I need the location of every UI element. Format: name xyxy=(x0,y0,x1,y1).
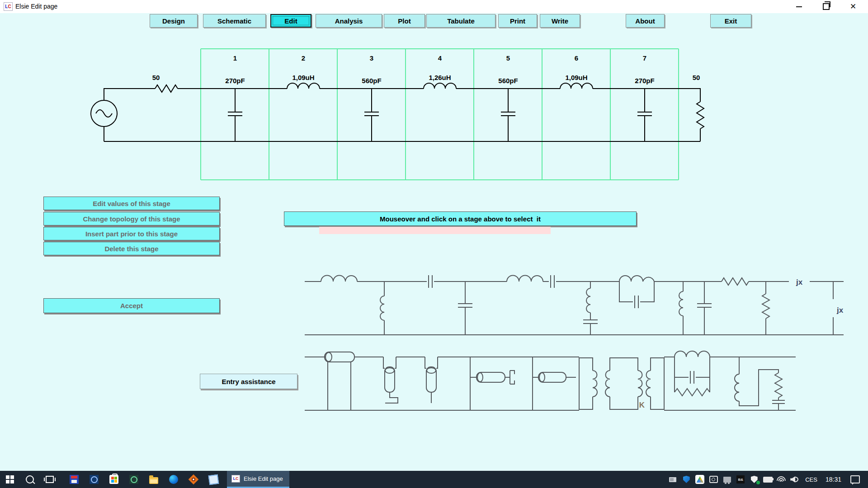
menu-plot[interactable]: Plot xyxy=(384,14,425,28)
menu-exit[interactable]: Exit xyxy=(710,14,751,28)
stage-region-3[interactable] xyxy=(337,49,406,180)
tray-security[interactable] xyxy=(747,471,761,488)
task-view-button[interactable] xyxy=(40,471,60,488)
topology-row2-wires xyxy=(305,357,796,410)
active-task-label: Elsie Edit page xyxy=(244,475,283,482)
battery-icon xyxy=(763,477,773,483)
elsie-app-icon: LC xyxy=(231,475,240,483)
close-button[interactable]: ✕ xyxy=(843,0,863,13)
window-title: Elsie Edit page xyxy=(15,0,57,13)
tray-network[interactable] xyxy=(774,471,788,488)
app-icon: LC xyxy=(4,2,13,11)
stage-region-2[interactable] xyxy=(269,49,337,180)
tray-display[interactable] xyxy=(720,471,734,488)
tray-power[interactable] xyxy=(761,471,774,488)
insert-part-button[interactable]: Insert part prior to this stage xyxy=(43,227,220,240)
topology-row1-resistors xyxy=(722,278,769,319)
minimize-button[interactable] xyxy=(788,0,809,13)
menu-schematic[interactable]: Schematic xyxy=(203,14,266,28)
tray-camera[interactable] xyxy=(707,471,720,488)
entry-assistance-button[interactable]: Entry assistance xyxy=(200,374,297,389)
security-shield-check-icon xyxy=(751,476,758,483)
tray-volume[interactable] xyxy=(788,471,802,488)
load-impedance-label: 50 xyxy=(693,74,700,81)
status-message: Mouseover and click on a stage above to … xyxy=(284,211,637,226)
speaker-icon xyxy=(790,476,799,483)
transmission-line-symbols xyxy=(325,352,566,392)
close-icon: ✕ xyxy=(850,3,856,10)
pc-device-icon xyxy=(669,477,676,482)
pinned-app-floppy[interactable] xyxy=(64,471,84,488)
menu-analysis[interactable]: Analysis xyxy=(316,14,382,28)
tray-devices[interactable] xyxy=(666,471,679,488)
series-jx-label: jx xyxy=(796,278,803,286)
defender-shield-icon xyxy=(683,476,690,483)
monitor-icon xyxy=(723,477,731,483)
stage-region-1[interactable] xyxy=(201,49,269,180)
search-icon xyxy=(26,475,34,483)
source-impedance-label: 50 xyxy=(152,74,160,81)
pinned-app-globe[interactable] xyxy=(84,471,104,488)
menu-edit[interactable]: Edit xyxy=(270,14,311,28)
menu-print[interactable]: Print xyxy=(498,14,537,28)
topology-row1-wires xyxy=(305,275,844,335)
tray-drive[interactable] xyxy=(693,471,707,488)
filter-schematic: 50 50 1 2 3 4 5 6 7 270pF 1,09uH 560pF 1… xyxy=(63,41,732,190)
transmission-line-topology-picker[interactable]: K xyxy=(298,346,809,418)
pinned-app-eye[interactable] xyxy=(184,471,203,488)
wifi-icon xyxy=(777,476,786,483)
google-drive-icon xyxy=(695,475,704,484)
language-indicator[interactable]: CES xyxy=(802,476,821,483)
pinned-app-store[interactable] xyxy=(104,471,124,488)
edge-browser-icon xyxy=(169,475,178,484)
camera-icon xyxy=(709,476,718,483)
pinned-app-explorer[interactable] xyxy=(144,471,164,488)
series-shunt-topology-picker[interactable]: jx jx xyxy=(298,271,859,343)
highlight-strip xyxy=(319,227,551,234)
globe-app-icon xyxy=(90,475,99,484)
coupling-k-label: K xyxy=(639,401,645,409)
tank-circuit-symbol xyxy=(675,351,710,396)
pinned-app-edge[interactable] xyxy=(164,471,184,488)
pinned-app-notes[interactable] xyxy=(203,471,223,488)
dark-app-icon xyxy=(129,475,138,484)
minimize-icon xyxy=(796,6,802,7)
task-view-icon xyxy=(46,476,54,483)
stage-region-5[interactable] xyxy=(474,49,542,180)
stage-region-7[interactable] xyxy=(610,49,679,180)
search-button[interactable] xyxy=(20,471,40,488)
start-button[interactable] xyxy=(0,471,20,488)
taskbar-active-task[interactable]: LC Elsie Edit page xyxy=(227,471,289,488)
menu-write[interactable]: Write xyxy=(540,14,580,28)
title-bar: LC Elsie Edit page ✕ xyxy=(0,0,868,13)
sine-icon xyxy=(96,110,112,117)
menu-design[interactable]: Design xyxy=(150,14,198,28)
menu-tabulate[interactable]: Tabulate xyxy=(426,14,495,28)
source-resistor-symbol xyxy=(155,85,178,92)
tray-bo[interactable]: B& xyxy=(734,471,747,488)
tray-defender[interactable] xyxy=(679,471,693,488)
transformer-symbols xyxy=(579,358,664,409)
notification-center-icon[interactable] xyxy=(850,475,860,483)
stage-region-6[interactable] xyxy=(542,49,610,180)
edit-values-button[interactable]: Edit values of this stage xyxy=(43,197,220,210)
clock[interactable]: 18:31 xyxy=(821,476,846,483)
floppy-disk-icon xyxy=(70,475,79,484)
shunt-lrc-symbol xyxy=(735,357,785,410)
change-topology-button[interactable]: Change topology of this stage xyxy=(43,212,220,225)
pinned-app-dark[interactable] xyxy=(124,471,144,488)
delete-stage-button[interactable]: Delete this stage xyxy=(43,242,220,255)
windows-logo-icon xyxy=(6,475,14,483)
accept-button[interactable]: Accept xyxy=(43,298,220,313)
menu-about[interactable]: About xyxy=(626,14,665,28)
notes-app-icon xyxy=(208,474,219,485)
taskbar: LC Elsie Edit page B& CES 18:31 xyxy=(0,471,868,488)
stage-region-4[interactable] xyxy=(406,49,474,180)
restore-button[interactable] xyxy=(816,0,836,13)
topology-row1-inductors xyxy=(321,276,683,321)
system-tray: B& CES 18:31 xyxy=(666,471,868,488)
restore-icon xyxy=(823,3,830,10)
file-explorer-icon xyxy=(149,477,158,484)
microsoft-store-icon xyxy=(109,475,118,484)
bo-audio-icon: B& xyxy=(736,475,745,483)
